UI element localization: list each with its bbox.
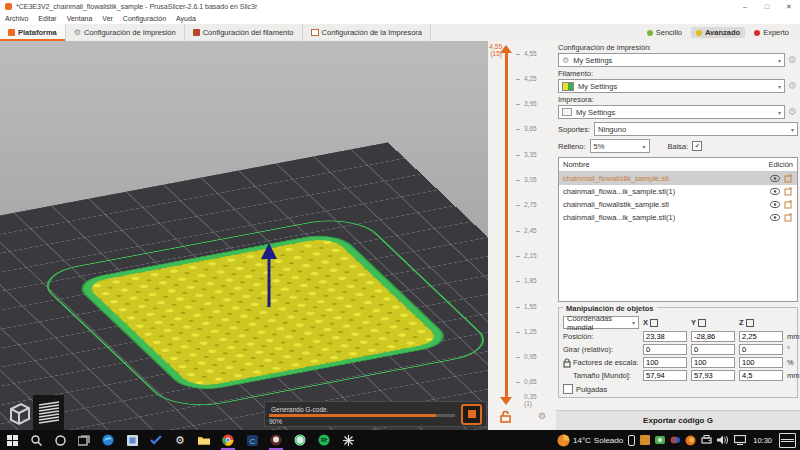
mode-expert-button[interactable]: Experto	[749, 27, 794, 38]
slider-lower-thumb[interactable]	[500, 397, 512, 405]
edit-icon[interactable]	[784, 200, 793, 209]
print-settings-gear-button[interactable]: ⚙	[787, 55, 798, 65]
position-x-input[interactable]	[643, 331, 687, 342]
object-row[interactable]: chainmail_flowa...ik_sample.stl(1)	[559, 211, 797, 224]
scale-label: Factores de escala:	[573, 358, 638, 367]
object-row[interactable]: chainmail_flowa...ik_sample.stl(1)	[559, 185, 797, 198]
remote-desktop-taskbar-icon[interactable]	[336, 430, 360, 450]
unlock-icon[interactable]	[500, 410, 511, 423]
search-button[interactable]	[24, 430, 48, 450]
size-y-input[interactable]	[691, 370, 735, 381]
eye-icon[interactable]	[770, 201, 780, 208]
tab-print-settings[interactable]: ⚙ Configuración de Impresión	[66, 24, 185, 41]
rotate-x-input[interactable]	[643, 344, 687, 355]
object-row[interactable]: chainmail_flowalistik_sample.stl	[559, 198, 797, 211]
cortana-button[interactable]	[48, 430, 72, 450]
slider-upper-thumb[interactable]	[500, 45, 512, 53]
printer-device-icon[interactable]	[701, 435, 712, 445]
stop-export-button[interactable]	[461, 404, 482, 425]
tray-phone-icon[interactable]	[628, 435, 635, 446]
mode-simple-button[interactable]: Sencillo	[642, 27, 687, 38]
edit-icon[interactable]	[784, 187, 793, 196]
menu-editar[interactable]: Editar	[33, 15, 61, 22]
slider-settings-gear-icon[interactable]: ⚙	[538, 411, 546, 421]
eye-icon[interactable]	[770, 188, 780, 195]
position-y-input[interactable]	[691, 331, 735, 342]
edit-icon[interactable]	[784, 213, 793, 222]
inches-checkbox[interactable]	[563, 384, 573, 394]
raft-checkbox[interactable]: ✓	[692, 141, 702, 151]
3d-viewport[interactable]: Generando G-code. 90%	[0, 41, 488, 430]
network-display-icon[interactable]	[734, 435, 746, 445]
rotate-z-input[interactable]	[739, 344, 783, 355]
size-x-input[interactable]	[643, 370, 687, 381]
minimize-button[interactable]: –	[734, 0, 756, 13]
rotate-y-input[interactable]	[691, 344, 735, 355]
close-button[interactable]: ✕	[778, 0, 800, 13]
column-header-edit[interactable]: Edición	[768, 160, 793, 169]
tray-green-app-icon[interactable]	[655, 436, 665, 444]
printer-value: My Settings	[576, 108, 774, 117]
size-label: Tamaño [Mundo]:	[563, 371, 639, 380]
scale-x-input[interactable]	[643, 357, 687, 368]
tab-platform[interactable]: Plataforma	[0, 24, 66, 41]
column-header-name[interactable]: Nombre	[563, 160, 768, 169]
cura-taskbar-icon[interactable]: C	[240, 430, 264, 450]
object-list: Nombre Edición chainmail_flowalistik_sam…	[558, 157, 798, 302]
edge-taskbar-icon[interactable]	[96, 430, 120, 450]
edit-icon[interactable]	[784, 174, 793, 183]
spotify-taskbar-icon[interactable]	[312, 430, 336, 450]
printer-icon	[311, 29, 319, 36]
settings-taskbar-icon[interactable]: ⚙	[168, 430, 192, 450]
export-gcode-button[interactable]: Exportar código G	[556, 410, 800, 430]
filament-select[interactable]: My Settings ▾	[558, 79, 785, 93]
print-settings-select[interactable]: ⚙ My Settings ▾	[558, 53, 785, 67]
menu-configuracion[interactable]: Configuración	[118, 15, 171, 22]
printer-select[interactable]: My Settings ▾	[558, 105, 785, 119]
brave-taskbar-icon[interactable]	[264, 430, 288, 450]
task-view-button[interactable]	[72, 430, 96, 450]
size-z-input[interactable]	[739, 370, 783, 381]
chrome-taskbar-icon[interactable]	[216, 430, 240, 450]
eye-icon[interactable]	[770, 175, 780, 182]
scale-y-input[interactable]	[691, 357, 735, 368]
uniform-scale-lock-icon[interactable]	[563, 358, 571, 368]
scale-z-input[interactable]	[739, 357, 783, 368]
object-row[interactable]: chainmail_flowalistik_sample.stl	[559, 172, 797, 185]
tray-multicolor-app-icon[interactable]	[670, 435, 680, 445]
tab-filament-settings[interactable]: Configuración del filamento	[185, 24, 303, 41]
position-z-input[interactable]	[739, 331, 783, 342]
photos-icon	[127, 435, 138, 446]
eye-icon[interactable]	[770, 214, 780, 221]
maximize-button[interactable]: □	[756, 0, 778, 13]
file-explorer-taskbar-icon[interactable]	[192, 430, 216, 450]
start-button[interactable]	[0, 430, 24, 450]
supports-value: Ninguno	[598, 125, 787, 134]
3d-editor-view-button[interactable]	[2, 395, 33, 430]
preview-layers-view-button[interactable]	[33, 395, 64, 430]
weather-widget[interactable]: 14°C Soleado	[557, 434, 623, 447]
mode-advanced-button[interactable]: Avanzado	[691, 27, 745, 38]
layer-slider-track[interactable]	[505, 53, 508, 397]
checkmark-app-taskbar-icon[interactable]	[144, 430, 168, 450]
tray-orange-app-icon[interactable]	[640, 435, 650, 445]
menu-ver[interactable]: Ver	[97, 15, 118, 22]
photos-taskbar-icon[interactable]	[120, 430, 144, 450]
windows-logo-icon	[7, 435, 18, 446]
menu-archivo[interactable]: Archivo	[0, 15, 33, 22]
volume-icon[interactable]	[717, 435, 729, 445]
whatsapp-taskbar-icon[interactable]	[288, 430, 312, 450]
menu-ayuda[interactable]: Ayuda	[171, 15, 201, 22]
tray-firefox-icon[interactable]	[685, 435, 696, 446]
tab-printer-settings[interactable]: Configuración de la Impresora	[303, 24, 431, 41]
action-center-icon[interactable]	[779, 433, 796, 448]
filament-gear-button[interactable]: ⚙	[787, 81, 798, 91]
menu-ventana[interactable]: Ventana	[62, 15, 98, 22]
coordinates-select[interactable]: Coordenadas mundial ▾	[563, 316, 639, 329]
axis-icon	[698, 319, 706, 327]
supports-select[interactable]: Ninguno ▾	[594, 122, 798, 136]
taskbar-clock[interactable]: 10:30	[751, 436, 774, 445]
infill-select[interactable]: 5% ▾	[590, 139, 650, 153]
object-name: chainmail_flowa...ik_sample.stl(1)	[563, 213, 766, 222]
printer-gear-button[interactable]: ⚙	[787, 107, 798, 117]
